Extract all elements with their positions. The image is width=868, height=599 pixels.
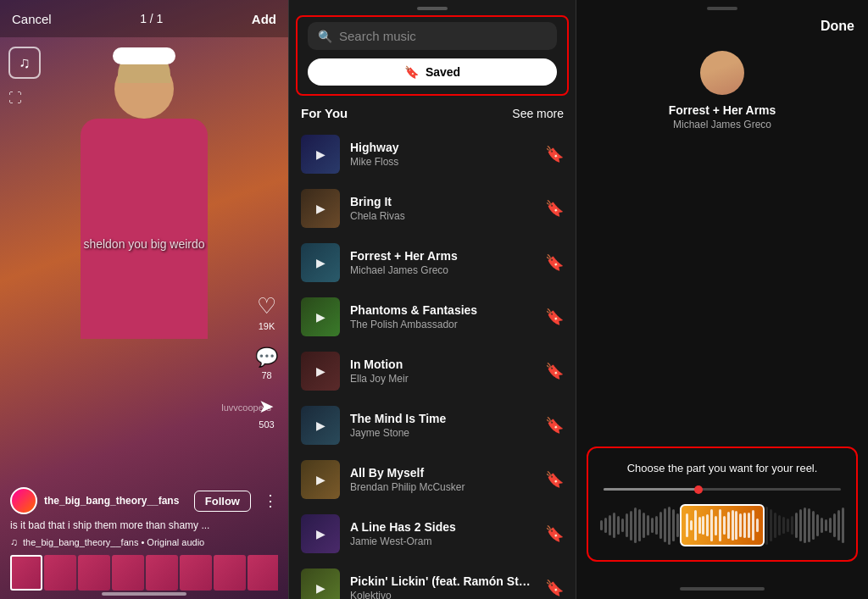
comment-button[interactable]: 💬 78 [255,347,278,380]
waveform-bar [791,516,793,535]
waveform-selection[interactable] [680,504,765,546]
bookmark-icon[interactable]: 🔖 [545,579,564,597]
music-title: Phantoms & Fantasies [350,303,535,317]
see-more-button[interactable]: See more [512,107,564,120]
music-list-item[interactable]: ▶ Pickin' Lickin' (feat. Ramón Stagnaro)… [289,561,576,599]
video-right-icons: ♡ 19K 💬 78 ➤ 503 [255,293,278,430]
waveform-bar [617,516,620,535]
more-options-icon[interactable]: ⋮ [263,491,278,510]
follow-button[interactable]: Follow [194,491,251,512]
music-list-item[interactable]: ▶ In Motion Ella Joy Meir 🔖 [289,344,576,398]
video-panel: sheldon you big weirdo luvvcoopers Cance… [0,0,288,599]
bookmark-icon[interactable]: 🔖 [545,362,564,380]
music-artist: Chela Rivas [350,210,535,222]
music-thumbnail: ▶ [301,406,340,445]
play-icon: ▶ [316,256,326,269]
audio-label[interactable]: the_big_bang_theory__fans • Original aud… [23,537,204,547]
film-frame[interactable] [112,555,144,591]
bookmark-icon[interactable]: 🔖 [545,145,564,164]
comment-icon: 💬 [255,347,278,369]
music-list-item[interactable]: ▶ Highway Mike Floss 🔖 [289,127,576,181]
bookmark-icon[interactable]: 🔖 [545,253,564,272]
music-thumbnail: ▶ [301,514,340,553]
saved-label: Saved [426,65,460,79]
music-list-item[interactable]: ▶ Phantoms & Fantasies The Polish Ambass… [289,290,576,344]
add-button[interactable]: Add [252,12,276,26]
music-list-item[interactable]: ▶ Forrest + Her Arms Michael James Greco… [289,236,576,290]
search-placeholder: Search music [339,29,416,43]
home-indicator [680,587,765,591]
expand-icon[interactable]: ⛶ [8,91,41,106]
comment-count: 78 [261,370,271,380]
music-info: Phantoms & Fantasies The Polish Ambassad… [350,303,535,330]
film-frame[interactable] [146,555,178,591]
trim-artist: Michael James Greco [673,119,771,130]
video-bottom: the_big_bang_theory__fans Follow ⋮ is it… [0,487,288,599]
music-artist: Jayme Stone [350,427,535,439]
search-section: 🔍 Search music 🔖 Saved [296,15,569,96]
music-thumbnail: ▶ [301,189,340,228]
avatar [10,487,37,514]
avatar [700,51,744,95]
bookmark-icon[interactable]: 🔖 [545,416,564,435]
waveform-bar [799,509,802,541]
cancel-button[interactable]: Cancel [12,12,52,26]
trim-header: Done [576,10,868,42]
search-icon: 🔍 [318,30,332,43]
music-title: A Line Has 2 Sides [350,520,535,534]
music-thumbnail: ▶ [301,460,340,499]
waveform[interactable] [600,504,844,546]
progress-track[interactable] [604,488,841,491]
music-info: Forrest + Her Arms Michael James Greco [350,249,535,276]
bookmark-icon[interactable]: 🔖 [545,308,564,326]
waveform-bar [672,509,675,541]
waveform-bar [833,513,836,537]
share-button[interactable]: ➤ 503 [259,396,274,430]
film-frame[interactable] [44,555,76,591]
music-list-item[interactable]: ▶ Bring It Chela Rivas 🔖 [289,181,576,236]
play-icon: ▶ [316,364,326,378]
waveform-bar [795,513,798,538]
waveform-bar [638,509,641,541]
waveform-bar [787,519,789,532]
bookmark-icon[interactable]: 🔖 [545,524,564,543]
film-frame[interactable] [10,555,42,591]
music-info: Highway Mike Floss [350,141,535,168]
music-info: In Motion Ella Joy Meir [350,358,535,385]
music-list-item[interactable]: ▶ A Line Has 2 Sides Jamie West-Oram 🔖 [289,507,576,561]
user-row: the_big_bang_theory__fans Follow ⋮ [10,487,278,514]
heart-icon: ♡ [257,293,276,319]
film-frame[interactable] [180,555,212,591]
waveform-bar [634,507,637,543]
username[interactable]: the_big_bang_theory__fans [44,495,187,507]
music-list-item[interactable]: ▶ The Mind Is Time Jayme Stone 🔖 [289,398,576,452]
bookmark-icon[interactable]: 🔖 [545,470,564,489]
music-title: Pickin' Lickin' (feat. Ramón Stagnaro) [350,574,535,588]
music-panel: 🔍 Search music 🔖 Saved For You See more … [288,0,576,599]
waveform-bar [842,507,844,543]
waveform-bar [765,507,768,545]
music-icon-box[interactable]: ♫ [8,47,41,79]
search-bar[interactable]: 🔍 Search music [308,22,557,50]
done-button[interactable]: Done [821,19,854,34]
waveform-bar [600,520,603,530]
trim-instruction: Choose the part you want for your reel. [600,462,844,474]
saved-button[interactable]: 🔖 Saved [308,58,557,86]
trim-selection-box: Choose the part you want for your reel. [587,446,858,562]
waveform-bar [668,507,670,545]
video-caption: sheldon you big weirdo [83,237,204,251]
music-thumbnail: ▶ [301,352,340,391]
music-list-item[interactable]: ▶ All By Myself Brendan Philip McCusker … [289,452,576,507]
play-icon: ▶ [316,581,326,595]
film-frame[interactable] [248,555,278,591]
music-artist: Mike Floss [350,156,535,168]
music-thumbnail: ▶ [301,568,340,599]
film-frame[interactable] [78,555,110,591]
play-icon: ▶ [316,527,326,541]
music-thumbnail: ▶ [301,135,340,174]
waveform-bar [659,512,662,539]
waveform-bar [655,516,658,535]
film-frame[interactable] [214,555,246,591]
like-button[interactable]: ♡ 19K [257,293,276,331]
bookmark-icon[interactable]: 🔖 [545,199,564,218]
